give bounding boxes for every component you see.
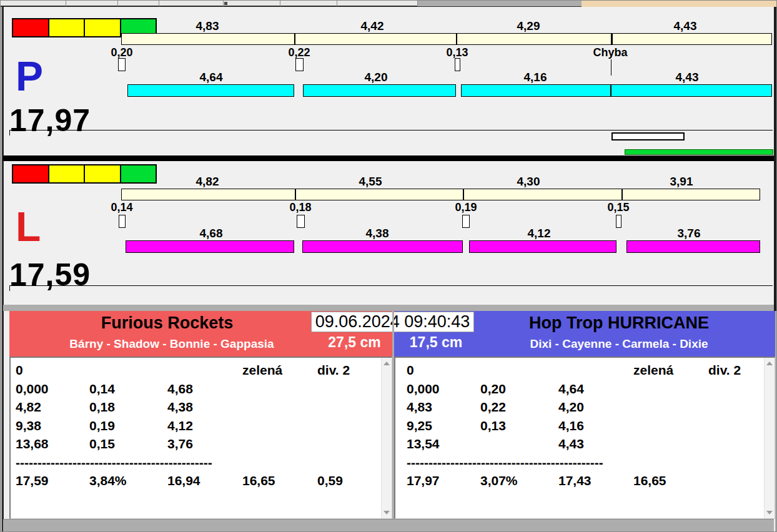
cell: 4,12 (167, 416, 242, 435)
lane-l-traffic-light (12, 164, 157, 184)
toolbar-segment[interactable] (417, 1, 582, 6)
toolbar-divider (159, 1, 159, 6)
lane-l-run-3: 4,12 (502, 227, 577, 240)
total-percent: 3,84% (89, 471, 167, 490)
division-label: div. 2 (317, 361, 350, 380)
team-right-result-table[interactable]: 0zelenádiv. 2 0,0000,204,64 4,830,224,20… (394, 357, 775, 519)
lane-p-full-split-2: 4,42 (335, 19, 410, 33)
toolbar-divider (66, 1, 66, 6)
total-diff: 0,59 (317, 471, 343, 490)
lane-p-full-split-4: 4,43 (648, 19, 723, 33)
lane-p-change-box-2 (295, 58, 304, 71)
lane-p-change-2: 0,22 (280, 46, 319, 59)
team-left-result-table[interactable]: 0zelenádiv. 2 0,0000,144,68 4,820,184,38… (9, 357, 392, 519)
divider-line (9, 285, 773, 286)
lane-p-change-box-1 (118, 58, 126, 71)
lane-p-run-bar-2 (303, 84, 456, 97)
lane-p-run-4: 4,43 (650, 71, 725, 84)
start-value: 0 (16, 361, 89, 380)
cell: 13,68 (16, 435, 89, 453)
bar-separator (456, 34, 457, 44)
lane-l-change-3: 0,19 (447, 201, 485, 214)
table-content: 0zelenádiv. 2 0,0000,144,68 4,820,184,38… (11, 358, 392, 490)
window-bottom-strip (3, 519, 774, 532)
toolbar-divider (337, 1, 337, 6)
table-row: 0zelenádiv. 2 (407, 361, 775, 380)
traffic-light-yellow (85, 165, 121, 182)
cell: 4,82 (16, 398, 89, 416)
table-divider-row: ----------------------------------------… (407, 453, 775, 472)
cell: 0,20 (480, 380, 558, 398)
traffic-light-yellow (85, 19, 121, 36)
total-time: 17,59 (16, 471, 89, 490)
cell: 4,16 (558, 416, 633, 435)
bar-separator (463, 189, 464, 200)
cell: 9,25 (407, 416, 480, 435)
cell: 4,38 (167, 398, 242, 416)
tick-mark (9, 286, 10, 291)
cell: 4,43 (558, 435, 633, 453)
traffic-light-red (13, 165, 49, 182)
divider-line (9, 130, 773, 131)
scroll-down-icon[interactable] (766, 511, 773, 515)
lane-l-full-split-2: 4,55 (333, 175, 408, 189)
lane-p-run-2: 4,20 (339, 71, 413, 84)
lane-l-letter: L (16, 206, 41, 247)
lane-p-change-1: 0,20 (102, 46, 141, 59)
top-toolbar[interactable] (1, 1, 777, 7)
lane-p-full-split-1: 4,83 (170, 19, 245, 33)
lane-l-change-box-1 (119, 215, 126, 228)
progress-outline-box (611, 132, 685, 140)
color-label: zelená (633, 361, 708, 380)
bar-separator (295, 189, 296, 200)
lane-l-panel: 4,82 4,55 4,30 3,91 0,14 0,18 0,19 0,15 … (1, 161, 777, 305)
lane-p-cumulative-bar (121, 33, 772, 45)
color-label: zelená (242, 361, 317, 380)
total-ref: 16,65 (242, 471, 317, 490)
team-left-height: 27,5 cm (319, 334, 390, 351)
scroll-up-icon[interactable] (384, 362, 390, 365)
traffic-light-green (121, 165, 156, 182)
total-ref: 16,65 (633, 471, 708, 490)
cell: 3,76 (167, 435, 242, 453)
total-percent: 3,07% (480, 471, 558, 490)
lane-p-run-bar-4 (611, 84, 772, 97)
table-row: 9,380,194,12 (16, 416, 392, 435)
toolbar-divider (280, 1, 280, 6)
table-content: 0zelenádiv. 2 0,0000,204,64 4,830,224,20… (395, 358, 775, 490)
toolbar-divider (223, 1, 224, 6)
cell: 4,64 (558, 380, 633, 398)
lane-p-run-bar-1 (127, 84, 294, 97)
table-totals-row: 17,593,84%16,9416,650,59 (16, 471, 392, 490)
cell: 0,000 (16, 380, 89, 398)
lane-p-error-mark (611, 59, 611, 76)
scroll-up-icon[interactable] (766, 362, 773, 365)
tick-mark (9, 131, 10, 135)
green-progress-bar (625, 149, 773, 155)
lane-p-run-1: 4,64 (174, 71, 249, 84)
table-divider-row: ----------------------------------------… (16, 453, 392, 472)
table-row: 0,0000,144,68 (16, 380, 392, 398)
total-time: 17,97 (407, 471, 480, 490)
team-right-dogs: Dixi - Cayenne - Carmela - Dixie (469, 337, 769, 351)
total-net: 17,43 (558, 471, 633, 490)
lane-l-run-bar-3 (469, 240, 616, 253)
cell: 9,38 (16, 416, 89, 435)
scrollbar[interactable] (764, 358, 775, 518)
traffic-light-yellow (49, 165, 86, 182)
dropdown-arrow-icon[interactable] (224, 2, 227, 5)
lane-l-change-box-2 (297, 215, 305, 228)
cell: 0,22 (480, 398, 558, 416)
lane-l-change-box-3 (462, 215, 470, 228)
lane-l-run-4: 3,76 (651, 227, 726, 240)
table-row: 4,830,224,20 (407, 398, 775, 416)
lane-p-full-split-3: 4,29 (491, 19, 566, 33)
traffic-light-yellow (49, 19, 86, 36)
scroll-down-icon[interactable] (384, 511, 390, 515)
scrollbar[interactable] (381, 358, 392, 518)
lane-l-run-bar-4 (626, 240, 760, 253)
section-separator (3, 305, 774, 311)
bar-separator (611, 34, 613, 44)
toolbar-divider (117, 1, 118, 6)
toolbar-tan-area (582, 1, 777, 7)
